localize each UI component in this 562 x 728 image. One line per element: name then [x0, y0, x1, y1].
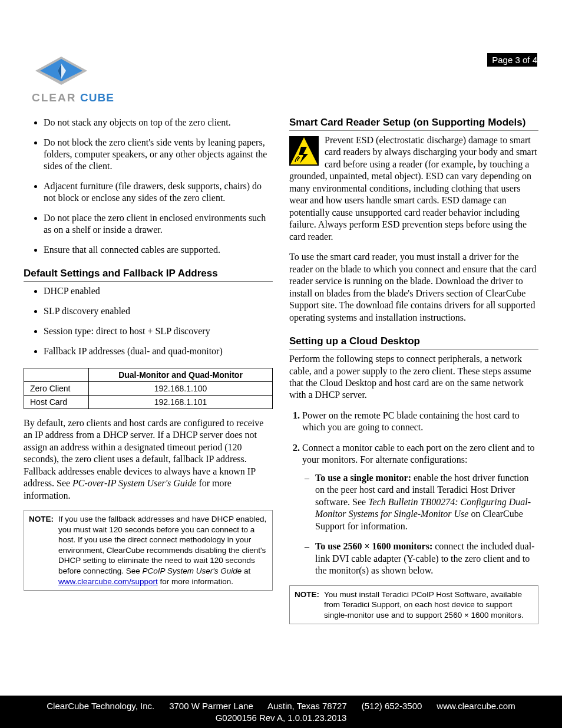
right-column: Smart Card Reader Setup (on Supporting M… — [289, 117, 538, 624]
text: at — [242, 566, 250, 575]
table-row: Host Card 192.168.1.101 — [24, 396, 273, 409]
sub-step-item: To use a single monitor: enable the host… — [315, 472, 538, 532]
section-heading-smartcard: Smart Card Reader Setup (on Supporting M… — [289, 117, 538, 131]
list-item: Do not place the zero client in enclosed… — [44, 212, 273, 236]
doc-reference: PC-over-IP System User's Guide — [72, 478, 196, 488]
list-item: DHCP enabled — [44, 285, 273, 297]
sub-step-lead: To use a single monitor: — [315, 473, 411, 483]
note-body: You must install Teradici PCoIP Host Sof… — [324, 589, 533, 621]
table-row: Zero Client 192.168.1.100 — [24, 382, 273, 396]
sub-step-lead: To use 2560 × 1600 monitors: — [315, 541, 432, 551]
sub-steps: To use a single monitor: enable the host… — [302, 472, 538, 577]
clearcube-logo: CLEAR CUBE — [32, 55, 132, 108]
note-box: NOTE: If you use the fallback addresses … — [24, 510, 273, 591]
defaults-paragraph: By default, zero clients and host cards … — [24, 417, 273, 502]
defaults-bullets: DHCP enabled SLP discovery enabled Sessi… — [24, 285, 273, 357]
left-column: Do not stack any objects on top of the z… — [24, 117, 273, 624]
list-item: Do not stack any objects on top of the z… — [44, 117, 273, 129]
page-number: Page 3 of 4 — [487, 53, 537, 67]
support-link[interactable]: www.clearcube.com/support — [58, 577, 158, 586]
text: for more information. — [158, 577, 233, 586]
table-header: Dual-Monitor and Quad-Monitor — [89, 368, 273, 382]
text: Connect a monitor cable to each port on … — [302, 443, 535, 465]
list-item: Do not block the zero client's side vent… — [44, 137, 273, 172]
section-heading-defaults: Default Settings and Fallback IP Address — [24, 268, 273, 282]
esd-paragraph: Prevent ESD (electrostatic discharge) da… — [289, 134, 538, 243]
doc-reference: PCoIP System User's Guide — [143, 566, 242, 575]
svg-text:CLEAR: CLEAR — [32, 91, 76, 104]
driver-paragraph: To use the smart card reader, you must i… — [289, 251, 538, 324]
cloud-paragraph: Perform the following steps to connect p… — [289, 353, 538, 401]
list-item: Fallback IP addresses (dual- and quad-mo… — [44, 345, 273, 357]
footer-line-2: G0200156 Rev A, 1.0.01.23.2013 — [0, 712, 562, 724]
table-cell: Zero Client — [24, 382, 89, 396]
note-body: If you use the fallback addresses and ha… — [58, 514, 267, 587]
table-cell: Host Card — [24, 396, 89, 409]
content-columns: Do not stack any objects on top of the z… — [24, 117, 538, 624]
note-label: NOTE: — [295, 589, 319, 621]
text: Prevent ESD (electrostatic discharge) da… — [289, 135, 537, 242]
esd-warning-icon — [289, 136, 319, 166]
list-item: Adjacent furniture (file drawers, desk s… — [44, 180, 273, 204]
setup-steps: Power on the remote PC blade containing … — [289, 410, 538, 577]
table-cell: 192.168.1.101 — [89, 396, 273, 409]
note-label: NOTE: — [29, 514, 54, 587]
list-item: Ensure that all connected cables are sup… — [44, 244, 273, 256]
page-footer: ClearCube Technology, Inc. 3700 W Parmer… — [0, 696, 562, 728]
footer-line-1: ClearCube Technology, Inc. 3700 W Parmer… — [0, 700, 562, 712]
fallback-ip-table: Dual-Monitor and Quad-Monitor Zero Clien… — [24, 368, 273, 409]
list-item: Session type: direct to host + SLP disco… — [44, 325, 273, 337]
step-item: Power on the remote PC blade containing … — [302, 410, 538, 434]
placement-bullets: Do not stack any objects on top of the z… — [24, 117, 273, 256]
document-page: Page 3 of 4 CLEAR CUBE Do not stack any … — [0, 0, 562, 699]
section-heading-cloud: Setting up a Cloud Desktop — [289, 335, 538, 350]
table-cell: 192.168.1.100 — [89, 382, 273, 396]
svg-text:CUBE: CUBE — [80, 91, 114, 104]
list-item: SLP discovery enabled — [44, 305, 273, 317]
step-item: Connect a monitor cable to each port on … — [302, 442, 538, 577]
sub-step-item: To use 2560 × 1600 monitors: connect the… — [315, 541, 538, 577]
note-box: NOTE: You must install Teradici PCoIP Ho… — [289, 585, 538, 625]
